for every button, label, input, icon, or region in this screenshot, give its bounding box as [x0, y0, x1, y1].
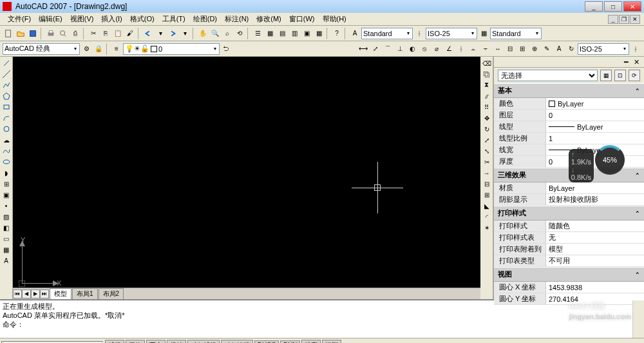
mdi-minimize-button[interactable]: _	[608, 15, 618, 24]
scale-icon[interactable]: ⤢	[482, 135, 492, 145]
insert-icon[interactable]: ⊞	[1, 179, 12, 189]
redo-drop-icon[interactable]: ▾	[179, 28, 191, 39]
close-button[interactable]: ✕	[623, 1, 641, 12]
drawing-canvas[interactable]: Y X	[13, 57, 480, 288]
textstyle-combo[interactable]: Standard▾	[361, 28, 413, 39]
chamfer-icon[interactable]: ◣	[482, 201, 492, 211]
copy-icon[interactable]: ⎘	[100, 28, 111, 39]
tab-layout2[interactable]: 布局2	[99, 288, 124, 299]
undo-drop-icon[interactable]: ▾	[155, 28, 166, 39]
xline-icon[interactable]	[1, 69, 12, 79]
dim-continue-icon[interactable]: ⫟	[480, 43, 491, 55]
menu-tools[interactable]: 工具(T)	[158, 13, 189, 25]
markup-icon[interactable]: ▣	[301, 28, 312, 39]
textstyle-icon[interactable]: A	[349, 28, 361, 39]
tab-prev-icon[interactable]: ◀	[22, 289, 31, 299]
extend-icon[interactable]: →	[482, 168, 492, 178]
zoom-prev-icon[interactable]: ⟲	[234, 28, 245, 39]
dim-space-icon[interactable]: ↔	[492, 43, 504, 55]
line-icon[interactable]	[1, 58, 12, 68]
prop-centerx[interactable]: 1453.9838	[545, 282, 644, 293]
layer-mgr-icon[interactable]: ≡	[111, 43, 122, 55]
mdi-restore-button[interactable]: ❐	[619, 15, 629, 24]
trim-icon[interactable]: ✂	[482, 157, 492, 167]
dimstyle-icon2[interactable]: ⟊	[630, 43, 641, 55]
point-icon[interactable]: •	[1, 201, 12, 211]
polygon-icon[interactable]	[1, 91, 12, 101]
explode-icon[interactable]: ✶	[482, 222, 492, 233]
quick-select-icon[interactable]: ▦	[600, 70, 612, 81]
join-icon[interactable]: ⊞	[482, 190, 492, 200]
ortho-button[interactable]: 正交	[146, 340, 166, 344]
calc-icon[interactable]: ▦	[313, 28, 325, 39]
dim-angular-icon[interactable]: ∠	[443, 43, 455, 55]
region-icon[interactable]: ▭	[1, 233, 12, 244]
gradient-icon[interactable]: ◧	[1, 222, 12, 233]
menu-format[interactable]: 格式(O)	[126, 13, 158, 25]
ducs-button[interactable]: DUCS	[254, 340, 279, 343]
dim-tedit-icon[interactable]: A	[553, 43, 565, 55]
dim-arc-icon[interactable]: ⌒	[382, 43, 393, 55]
publish-icon[interactable]: ⎙	[70, 28, 81, 39]
tab-last-icon[interactable]: ⏭	[40, 289, 49, 299]
toolpal-icon[interactable]: ▤	[276, 28, 288, 39]
stretch-icon[interactable]: ⤡	[482, 146, 492, 156]
dyn-button[interactable]: DYN	[280, 340, 300, 343]
mtext-icon[interactable]: A	[1, 255, 12, 266]
open-icon[interactable]	[15, 28, 26, 39]
pline-icon[interactable]	[1, 80, 12, 90]
menu-insert[interactable]: 插入(I)	[97, 13, 126, 25]
dim-center-icon[interactable]: ⊕	[529, 43, 540, 55]
group-print[interactable]: 打印样式	[498, 208, 526, 218]
dim-ordinate-icon[interactable]: ⊥	[394, 43, 406, 55]
pan-icon[interactable]: ✋	[197, 28, 209, 39]
fillet-icon[interactable]: ◜	[482, 211, 492, 222]
prop-plotstyletable[interactable]: 无	[545, 232, 644, 243]
tab-layout1[interactable]: 布局1	[72, 288, 98, 299]
zoom-win-icon[interactable]: ⌕	[222, 28, 233, 39]
properties-close-icon[interactable]: ━	[621, 57, 631, 67]
dim-jogged-icon[interactable]: ⦸	[419, 43, 430, 55]
rectangle-icon[interactable]	[1, 102, 12, 112]
toggle-pickadd-icon[interactable]: ⟳	[629, 70, 640, 81]
spline-icon[interactable]	[1, 146, 12, 156]
sheet-icon[interactable]: ▥	[289, 28, 300, 39]
ellipse-icon[interactable]	[1, 157, 12, 167]
select-obj-icon[interactable]: ⊡	[614, 70, 626, 81]
copy2-icon[interactable]: ⿻	[482, 69, 492, 79]
osnap-button[interactable]: 对象捕捉	[187, 340, 220, 344]
command-line[interactable]: 正在重生成模型。 AutoCAD 菜单实用程序已加载。*取消* 命令：	[0, 299, 644, 338]
maximize-button[interactable]: □	[604, 1, 622, 12]
prop-shadow[interactable]: 投射和接收阴影	[545, 194, 644, 205]
group-view[interactable]: 视图	[498, 270, 512, 279]
array-icon[interactable]: ⠿	[482, 102, 492, 112]
cmd-scrollbar[interactable]	[632, 300, 644, 338]
dim-diameter-icon[interactable]: ⌀	[431, 43, 442, 55]
tab-next-icon[interactable]: ▶	[31, 289, 40, 299]
grid-button[interactable]: 栅格	[126, 340, 145, 344]
prop-linetype[interactable]: ByLayer	[545, 121, 644, 132]
prop-plottype[interactable]: 不可用	[545, 255, 644, 266]
dcenter-icon[interactable]: ▦	[264, 28, 276, 39]
workspace-settings-icon[interactable]: ⚙	[80, 43, 92, 55]
polar-button[interactable]: 极轴	[167, 340, 186, 344]
dim-tolerance-icon[interactable]: ⊞	[516, 43, 528, 55]
menu-window[interactable]: 窗口(W)	[285, 13, 319, 25]
properties-x-icon[interactable]: ✕	[631, 57, 641, 67]
menu-dimension[interactable]: 标注(N)	[221, 13, 252, 25]
dim-edit-icon[interactable]: ✎	[541, 43, 553, 55]
menu-help[interactable]: 帮助(H)	[319, 13, 350, 25]
prop-color[interactable]: ByLayer	[545, 98, 644, 109]
prop-plotattach[interactable]: 模型	[545, 244, 644, 255]
revcloud-icon[interactable]: ☁	[1, 135, 12, 145]
tab-first-icon[interactable]: ⏮	[13, 289, 22, 299]
preview-icon[interactable]	[57, 28, 69, 39]
dim-aligned-icon[interactable]: ⤢	[370, 43, 381, 55]
dim-radius-icon[interactable]: ◐	[406, 43, 418, 55]
ellipse-arc-icon[interactable]: ◗	[1, 168, 12, 178]
circle-icon[interactable]	[1, 124, 12, 134]
dimstyle2-combo[interactable]: ISO-25▾	[578, 43, 629, 55]
menu-file[interactable]: 文件(F)	[4, 13, 35, 25]
layer-combo[interactable]: 💡 ☀ 🔓 0▾	[123, 43, 220, 55]
save-icon[interactable]	[27, 28, 39, 39]
